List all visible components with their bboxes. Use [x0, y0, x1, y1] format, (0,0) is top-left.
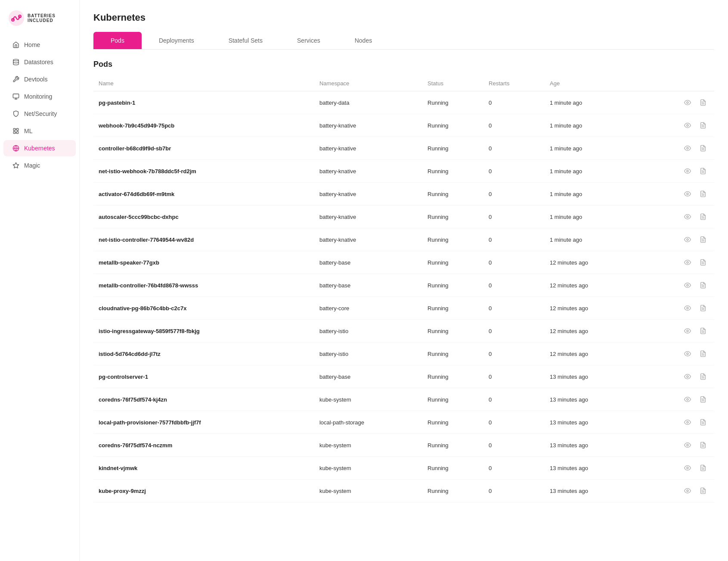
view-icon[interactable]	[682, 325, 694, 337]
svg-point-32	[687, 262, 688, 263]
pod-actions	[640, 228, 714, 251]
logs-icon[interactable]	[697, 325, 709, 337]
logs-icon[interactable]	[697, 211, 709, 223]
view-icon[interactable]	[682, 256, 694, 268]
pod-name: kube-proxy-9mzzj	[93, 480, 314, 502]
col-namespace: Namespace	[314, 76, 422, 91]
tab-pods[interactable]: Pods	[93, 32, 142, 49]
pod-namespace: battery-knative	[314, 137, 422, 160]
view-icon[interactable]	[682, 371, 694, 383]
pod-actions	[640, 365, 714, 388]
view-icon[interactable]	[682, 462, 694, 474]
sidebar-item-devtools[interactable]: Devtools	[3, 71, 76, 87]
pod-namespace: local-path-storage	[314, 411, 422, 434]
pod-restarts: 0	[483, 411, 545, 434]
pod-actions	[640, 320, 714, 343]
pod-age: 13 minutes ago	[545, 411, 640, 434]
pod-age: 13 minutes ago	[545, 388, 640, 411]
pod-actions	[640, 160, 714, 183]
tab-nodes[interactable]: Nodes	[338, 32, 389, 49]
svg-point-11	[687, 102, 688, 103]
section-title: Pods	[93, 50, 714, 76]
svg-marker-10	[13, 162, 19, 168]
view-icon[interactable]	[682, 165, 694, 177]
table-header-row: Name Namespace Status Restarts Age	[93, 76, 714, 91]
logs-icon[interactable]	[697, 302, 709, 314]
pod-name: local-path-provisioner-7577fdbbfb-jjf7f	[93, 411, 314, 434]
pod-actions	[640, 251, 714, 274]
logs-icon[interactable]	[697, 234, 709, 246]
tab-services[interactable]: Services	[280, 32, 338, 49]
pod-name: pg-pastebin-1	[93, 91, 314, 114]
logs-icon[interactable]	[697, 188, 709, 200]
sidebar-item-ml[interactable]: ML	[3, 123, 76, 139]
view-icon[interactable]	[682, 211, 694, 223]
logs-icon[interactable]	[697, 142, 709, 154]
pod-age: 13 minutes ago	[545, 434, 640, 457]
pod-namespace: battery-istio	[314, 343, 422, 365]
logs-icon[interactable]	[697, 348, 709, 360]
sidebar-item-datastores[interactable]: Datastores	[3, 54, 76, 70]
sidebar-item-kubernetes[interactable]: Kubernetes	[3, 140, 76, 156]
logs-icon[interactable]	[697, 256, 709, 268]
pod-name: istiod-5d764cd6dd-jl7tz	[93, 343, 314, 365]
page-header: Kubernetes Pods Deployments Stateful Set…	[80, 0, 728, 50]
tab-stateful-sets[interactable]: Stateful Sets	[211, 32, 280, 49]
pod-status: Running	[422, 388, 483, 411]
logo-text: BATTERIES INCLUDED	[28, 13, 56, 23]
logs-icon[interactable]	[697, 462, 709, 474]
view-icon[interactable]	[682, 348, 694, 360]
logs-icon[interactable]	[697, 97, 709, 109]
logs-icon[interactable]	[697, 279, 709, 291]
pod-age: 1 minute ago	[545, 137, 640, 160]
table-row: kindnet-vjmwk kube-system Running 0 13 m…	[93, 457, 714, 480]
view-icon[interactable]	[682, 393, 694, 405]
logs-icon[interactable]	[697, 393, 709, 405]
pod-actions	[640, 137, 714, 160]
view-icon[interactable]	[682, 485, 694, 497]
svg-point-23	[687, 193, 688, 195]
svg-point-35	[687, 284, 688, 286]
database-icon	[12, 58, 20, 66]
logs-icon[interactable]	[697, 165, 709, 177]
shield-icon	[12, 110, 20, 118]
sidebar: BATTERIES INCLUDED Home Datastores Devto…	[0, 0, 80, 561]
pod-status: Running	[422, 320, 483, 343]
logs-icon[interactable]	[697, 371, 709, 383]
pod-name: istio-ingressgateway-5859f577f8-fbkjg	[93, 320, 314, 343]
table-row: net-istio-controller-77649544-wv82d batt…	[93, 228, 714, 251]
sidebar-item-monitoring[interactable]: Monitoring	[3, 88, 76, 105]
sidebar-item-label: Devtools	[24, 76, 47, 83]
pod-name: controller-b68cd9f9d-sb7br	[93, 137, 314, 160]
sidebar-item-magic[interactable]: Magic	[3, 157, 76, 174]
view-icon[interactable]	[682, 416, 694, 428]
pod-age: 1 minute ago	[545, 91, 640, 114]
pod-restarts: 0	[483, 206, 545, 228]
view-icon[interactable]	[682, 302, 694, 314]
sidebar-item-home[interactable]: Home	[3, 37, 76, 53]
main-content: Kubernetes Pods Deployments Stateful Set…	[80, 0, 728, 561]
view-icon[interactable]	[682, 279, 694, 291]
view-icon[interactable]	[682, 188, 694, 200]
logs-icon[interactable]	[697, 416, 709, 428]
logs-icon[interactable]	[697, 485, 709, 497]
logs-icon[interactable]	[697, 439, 709, 451]
pod-namespace: battery-knative	[314, 183, 422, 206]
pod-age: 1 minute ago	[545, 183, 640, 206]
logs-icon[interactable]	[697, 119, 709, 131]
view-icon[interactable]	[682, 142, 694, 154]
svg-rect-4	[13, 94, 19, 98]
pod-status: Running	[422, 457, 483, 480]
pods-table: Name Namespace Status Restarts Age pg-pa…	[93, 76, 714, 502]
atom-icon	[12, 127, 20, 135]
view-icon[interactable]	[682, 119, 694, 131]
pod-restarts: 0	[483, 388, 545, 411]
view-icon[interactable]	[682, 234, 694, 246]
table-row: pg-pastebin-1 battery-data Running 0 1 m…	[93, 91, 714, 114]
view-icon[interactable]	[682, 97, 694, 109]
tab-deployments[interactable]: Deployments	[142, 32, 211, 49]
sidebar-item-label: Datastores	[24, 59, 53, 65]
view-icon[interactable]	[682, 439, 694, 451]
table-row: net-istio-webhook-7b788ddc5f-rd2jm batte…	[93, 160, 714, 183]
sidebar-item-net-security[interactable]: Net/Security	[3, 106, 76, 122]
